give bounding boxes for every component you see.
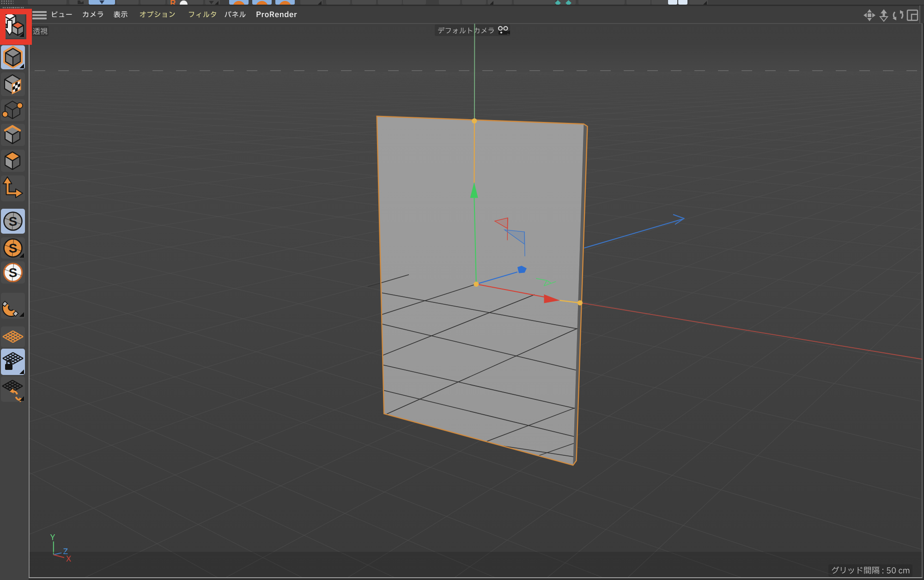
svg-text:S: S — [9, 266, 18, 280]
svg-text:S: S — [9, 214, 18, 229]
svg-text:S: S — [9, 241, 18, 255]
